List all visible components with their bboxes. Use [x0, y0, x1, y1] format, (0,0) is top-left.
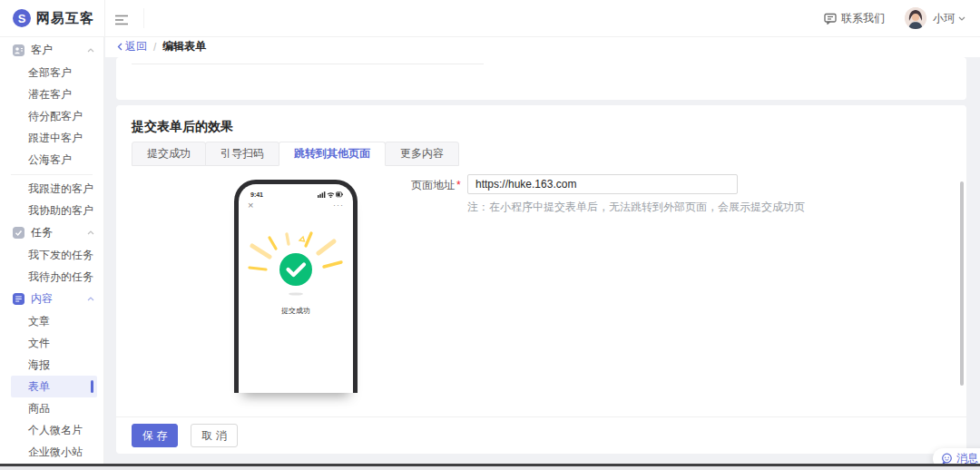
chevron-up-icon: [87, 297, 94, 301]
sidebar-item-public-pool-customers[interactable]: 公海客户: [0, 149, 103, 171]
window-bottom-strip: [0, 466, 980, 470]
sidebar-item-my-followed-customers[interactable]: 我跟进的客户: [0, 178, 103, 200]
sidebar-item-following-customers[interactable]: 跟进中客户: [0, 127, 103, 149]
form-effect-card: 提交表单后的效果 提交成功 引导扫码 跳转到其他页面 更多内容 9:41: [116, 105, 966, 454]
sidebar-item-files[interactable]: 文件: [0, 332, 103, 354]
sidebar-item-forms[interactable]: 表单: [11, 376, 97, 397]
scrolled-card-fragment: [116, 57, 966, 100]
sidebar-item-my-assisted-customers[interactable]: 我协助的客户: [0, 200, 103, 221]
customers-icon: [13, 44, 24, 56]
phone-preview: 9:41: [234, 180, 358, 393]
sidebar-section-customers[interactable]: 客户: [0, 39, 103, 62]
sidebar-item-posters[interactable]: 海报: [0, 354, 103, 376]
close-icon[interactable]: ×: [248, 201, 253, 210]
phone-success-label: 提交成功: [239, 306, 353, 316]
sidebar-item-tasks-issued[interactable]: 我下发的任务: [0, 244, 103, 266]
breadcrumb-current: 编辑表单: [162, 39, 206, 54]
top-header: S 网易互客 联系我们: [0, 0, 980, 37]
breadcrumb-separator: /: [153, 41, 156, 54]
chat-icon: [824, 13, 837, 24]
header-divider-2: [143, 8, 144, 28]
contact-us-button[interactable]: 联系我们: [824, 11, 885, 26]
sidebar-collapse-icon[interactable]: [114, 13, 129, 29]
sidebar-section-content[interactable]: 内容: [0, 288, 103, 310]
phone-time: 9:41: [250, 191, 263, 198]
signal-icon: [318, 191, 325, 198]
contact-us-label: 联系我们: [841, 11, 885, 26]
more-options-icon[interactable]: ···: [333, 201, 344, 210]
tab-redirect-other-page[interactable]: 跳转到其他页面: [279, 142, 386, 166]
sidebar-item-unassigned-customers[interactable]: 待分配客户: [0, 105, 103, 127]
logo-icon: S: [13, 9, 31, 27]
sidebar-section-label: 内容: [31, 291, 53, 307]
cancel-button[interactable]: 取 消: [191, 424, 237, 447]
sidebar: 客户 全部客户 潜在客户 待分配客户 跟进中客户 公海客户 我跟进的客户 我协助…: [0, 36, 104, 464]
sidebar-item-personal-card[interactable]: 个人微名片: [0, 419, 103, 441]
sidebar-section-label: 任务: [31, 225, 53, 240]
card-divider: [132, 64, 484, 64]
sidebar-item-all-customers[interactable]: 全部客户: [0, 62, 103, 83]
username-label[interactable]: 小珂: [933, 11, 955, 26]
sidebar-item-tasks-todo[interactable]: 我待办的任务: [0, 266, 103, 288]
phone-status-bar: 9:41: [239, 184, 353, 198]
phone-success-screen: 提交成功: [239, 230, 353, 316]
success-burst-graphic: [246, 230, 346, 300]
page-url-note: 注：在小程序中提交表单后，无法跳转到外部页面，会展示提交成功页: [467, 200, 805, 215]
app-logo[interactable]: S 网易互客: [13, 0, 94, 36]
back-link[interactable]: 返回: [117, 39, 147, 54]
tab-submit-success[interactable]: 提交成功: [132, 142, 206, 166]
header-right: 联系我们 小珂: [824, 0, 965, 36]
section-title: 提交表单后的效果: [132, 119, 233, 135]
content-icon: [13, 293, 24, 305]
required-asterisk: *: [456, 179, 461, 191]
chevron-up-icon: [87, 48, 94, 53]
save-button[interactable]: 保 存: [132, 424, 178, 447]
page-url-label: 页面地址*: [411, 178, 461, 193]
back-label: 返回: [125, 39, 147, 54]
sidebar-divider: [11, 174, 93, 175]
card-footer: 保 存 取 消: [116, 416, 966, 454]
page-url-input[interactable]: [467, 174, 738, 194]
sidebar-item-potential-customers[interactable]: 潜在客户: [0, 83, 103, 105]
app-window: S 网易互客 联系我们: [0, 0, 980, 470]
card-scrollbar[interactable]: [960, 181, 964, 386]
phone-nav-bar: × ···: [239, 198, 353, 210]
sidebar-section-label: 客户: [31, 43, 53, 58]
logo-text: 网易互客: [36, 10, 94, 27]
status-icons: [318, 191, 343, 198]
sidebar-item-company-mini-site[interactable]: 企业微小站: [0, 441, 103, 463]
sidebar-item-articles[interactable]: 文章: [0, 310, 103, 332]
effect-tabs: 提交成功 引导扫码 跳转到其他页面 更多内容: [132, 142, 458, 166]
tasks-icon: [13, 227, 24, 239]
tab-guide-qr-scan[interactable]: 引导扫码: [205, 142, 279, 166]
sidebar-item-products[interactable]: 商品: [0, 397, 103, 419]
user-avatar[interactable]: [905, 7, 926, 29]
chevron-up-icon: [87, 230, 94, 235]
wifi-icon: [328, 193, 334, 198]
chevron-down-icon[interactable]: [958, 16, 965, 21]
breadcrumb: 返回 / 编辑表单: [105, 36, 980, 57]
sidebar-section-tasks[interactable]: 任务: [0, 221, 103, 244]
battery-icon: [337, 192, 343, 197]
tab-more-content[interactable]: 更多内容: [385, 142, 459, 166]
back-icon: [117, 43, 122, 51]
header-divider: [104, 0, 105, 36]
